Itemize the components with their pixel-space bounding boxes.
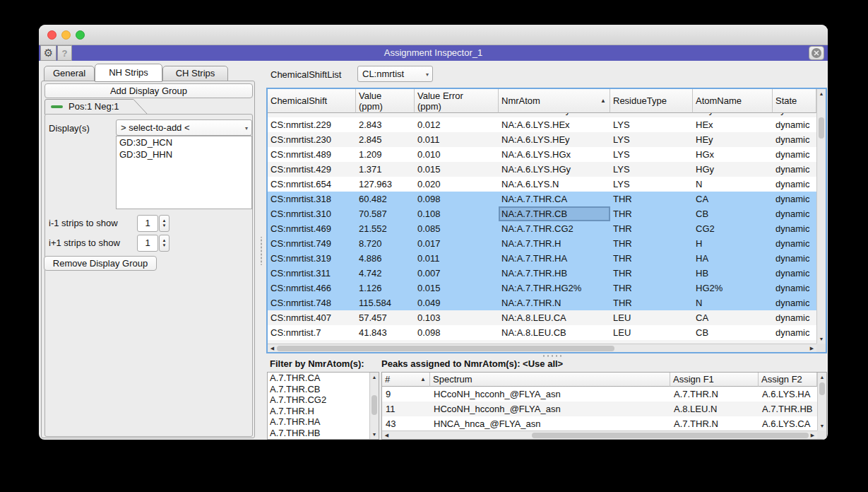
table-cell[interactable]: NA:A.7.THR.N: [499, 295, 610, 310]
table-cell[interactable]: 0.012: [415, 117, 499, 132]
table-cell[interactable]: CS:nmrtist.7: [268, 325, 356, 340]
horizontal-scrollbar[interactable]: ◀ ▶: [268, 344, 816, 352]
table-row[interactable]: CS:nmrtist.2292.8430.012NA:A.6.LYS.HExLY…: [268, 117, 816, 132]
table-cell[interactable]: dynamic: [773, 132, 816, 147]
table-cell[interactable]: dynamic: [773, 206, 816, 221]
table-cell[interactable]: NA:A.8.LEU.CA: [499, 310, 610, 325]
table-cell[interactable]: dynamic: [773, 162, 816, 177]
chemical-shift-list-dropdown[interactable]: CL:nmrtist ▾: [357, 66, 433, 82]
scroll-left-icon[interactable]: ◀: [268, 344, 276, 352]
close-traffic-light[interactable]: [47, 30, 57, 40]
list-item[interactable]: A.7.THR.HA: [268, 416, 379, 428]
table-cell[interactable]: CS:nmrtist.469: [268, 221, 356, 236]
table-cell[interactable]: NA:A.7.THR.H: [499, 236, 610, 251]
table-cell[interactable]: dynamic: [773, 192, 816, 206]
table-cell[interactable]: 41.843: [356, 325, 415, 340]
titlebar[interactable]: [39, 25, 828, 45]
table-cell[interactable]: A.6.LYS.HA: [759, 387, 817, 402]
table-cell[interactable]: LYS: [610, 162, 693, 177]
table-cell[interactable]: HB: [693, 266, 773, 281]
table-cell[interactable]: 0.103: [415, 310, 499, 325]
table-cell[interactable]: N: [693, 295, 773, 310]
table-cell[interactable]: CS:nmrtist.749: [268, 236, 356, 251]
table-cell[interactable]: 43: [382, 416, 430, 430]
i-minus-spin-arrows[interactable]: ▲ ▼: [159, 215, 170, 232]
table-cell[interactable]: 9: [382, 387, 430, 402]
table-cell[interactable]: dynamic: [773, 147, 816, 162]
scrollbar-thumb[interactable]: [819, 117, 824, 139]
column-header-assign-f1[interactable]: Assign F1: [670, 373, 759, 387]
table-cell[interactable]: CS:nmrtist.654: [268, 177, 356, 192]
table-cell[interactable]: HG2%: [693, 281, 773, 295]
scroll-down-icon[interactable]: ▼: [817, 335, 826, 343]
table-cell[interactable]: 57.457: [356, 310, 415, 325]
table-row[interactable]: CS:nmrtist.4661.1260.015NA:A.7.THR.HG2%T…: [268, 281, 816, 295]
table-cell[interactable]: 115.584: [356, 295, 415, 310]
vertical-scrollbar[interactable]: ▲ ▼: [369, 373, 379, 439]
table-row[interactable]: CS:nmrtist.7498.7200.017NA:A.7.THR.HTHRH…: [268, 236, 816, 251]
table-cell[interactable]: NA:A.7.THR.HB: [499, 266, 610, 281]
table-row[interactable]: CS:nmrtist.46921.5520.085NA:A.7.THR.CG2T…: [268, 221, 816, 236]
table-cell[interactable]: 1.371: [356, 162, 415, 177]
table-cell[interactable]: 4.886: [356, 251, 415, 266]
table-row[interactable]: CS:nmrtist.31860.4820.098NA:A.7.THR.CATH…: [268, 192, 816, 206]
table-cell[interactable]: 0.098: [415, 325, 499, 340]
table-cell[interactable]: CS:nmrtist.407: [268, 310, 356, 325]
scroll-down-icon[interactable]: ▼: [818, 422, 826, 430]
table-cell[interactable]: NA:A.6.LYS.HEx: [499, 117, 610, 132]
horizontal-scrollbar[interactable]: ◀ ▶: [382, 430, 817, 439]
table-row[interactable]: 43HNCA_hnca_@FLYA_asnA.7.THR.NA.6.LYS.CA: [382, 416, 817, 430]
column-header-atomname[interactable]: AtomName: [693, 89, 773, 113]
table-row[interactable]: CS:nmrtist.31070.5870.108NA:A.7.THR.CBTH…: [268, 206, 816, 221]
table-cell[interactable]: A.7.THR.N: [670, 416, 759, 430]
vertical-scrollbar[interactable]: ▲ ▼: [817, 373, 826, 430]
table-cell[interactable]: LEU: [610, 325, 693, 340]
list-item[interactable]: A.7.THR.CB: [268, 384, 379, 395]
filter-nmratom-listbox[interactable]: A.7.THR.CAA.7.THR.CBA.7.THR.CG2A.7.THR.H…: [267, 372, 379, 440]
table-cell[interactable]: THR: [610, 221, 693, 236]
display-listbox[interactable]: GD:3D_HCNGD:3D_HHN: [116, 136, 252, 209]
table-cell[interactable]: 1.209: [356, 147, 415, 162]
list-item[interactable]: A.7.THR.HB: [268, 428, 379, 439]
table-cell[interactable]: 0.020: [415, 177, 499, 192]
table-cell[interactable]: A.7.THR.N: [670, 387, 759, 402]
table-cell[interactable]: 0.010: [415, 147, 499, 162]
table-cell[interactable]: THR: [610, 206, 693, 221]
table-cell[interactable]: LYS: [610, 177, 693, 192]
tab-nh-strips[interactable]: NH Strips: [95, 64, 162, 82]
scroll-up-icon[interactable]: ▲: [817, 90, 826, 98]
list-item[interactable]: GD:3D_HHN: [117, 148, 251, 160]
table-cell[interactable]: CS:nmrtist.311: [268, 266, 356, 281]
scrollbar-thumb[interactable]: [532, 433, 809, 438]
table-cell[interactable]: 0.017: [415, 236, 499, 251]
table-cell[interactable]: CA: [693, 192, 773, 206]
table-cell[interactable]: LEU: [610, 310, 693, 325]
table-cell[interactable]: 0.007: [415, 266, 499, 281]
table-cell[interactable]: dynamic: [773, 251, 816, 266]
table-cell[interactable]: THR: [610, 236, 693, 251]
scroll-right-icon[interactable]: ▶: [809, 431, 816, 439]
table-cell[interactable]: NA:A.7.THR.CA: [499, 192, 610, 206]
table-cell[interactable]: 4.742: [356, 266, 415, 281]
table-cell[interactable]: THR: [610, 295, 693, 310]
table-cell[interactable]: 2.843: [356, 117, 415, 132]
table-cell[interactable]: HEx: [693, 117, 773, 132]
i-plus-spin-arrows[interactable]: ▲ ▼: [159, 235, 170, 252]
table-row[interactable]: CS:nmrtist.3194.8860.011NA:A.7.THR.HATHR…: [268, 251, 816, 266]
table-cell[interactable]: dynamic: [773, 325, 816, 340]
table-cell[interactable]: dynamic: [773, 295, 816, 310]
table-cell[interactable]: 127.963: [356, 177, 415, 192]
table-cell[interactable]: NA:A.8.LEU.CB: [499, 325, 610, 340]
scroll-left-icon[interactable]: ◀: [383, 431, 391, 439]
scrollbar-thumb[interactable]: [277, 346, 614, 351]
column-header-value-error[interactable]: Value Error (ppm): [415, 89, 499, 113]
table-row[interactable]: CS:nmrtist.748115.5840.049NA:A.7.THR.NTH…: [268, 295, 816, 310]
remove-display-group-button[interactable]: Remove Display Group: [44, 256, 157, 271]
display-select-dropdown[interactable]: > select-to-add < ▾: [116, 119, 252, 136]
list-item[interactable]: GD:3D_HCN: [117, 136, 251, 148]
table-cell[interactable]: 21.552: [356, 221, 415, 236]
table-row[interactable]: CS:nmrtist.741.8430.098NA:A.8.LEU.CBLEUC…: [268, 325, 816, 340]
scroll-down-icon[interactable]: ▼: [370, 430, 379, 438]
table-row[interactable]: CS:nmrtist.2302.8450.011NA:A.6.LYS.HEyLY…: [268, 132, 816, 147]
scroll-up-icon[interactable]: ▲: [370, 373, 379, 381]
